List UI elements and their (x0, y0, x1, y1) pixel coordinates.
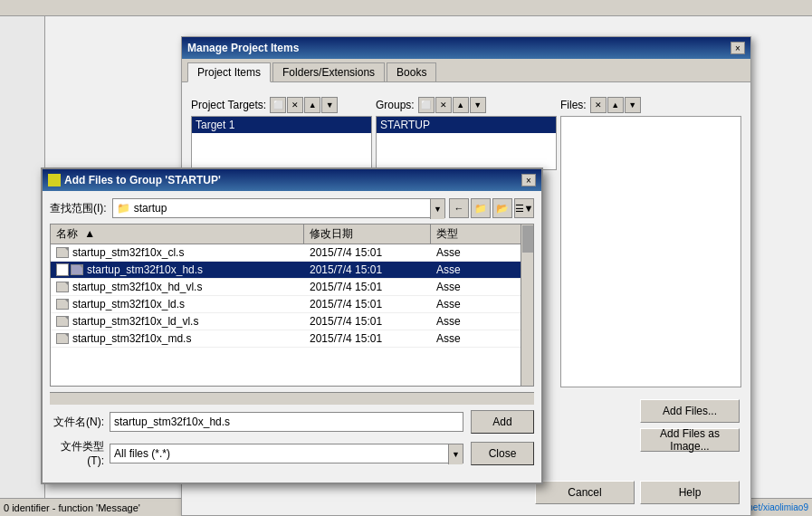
file-row-name: startup_stm32f10x_md.s (51, 330, 304, 347)
groups-delete-icon[interactable]: ✕ (435, 97, 452, 113)
file-row[interactable]: startup_stm32f10x_ld_vl.s 2015/7/4 15:01… (51, 313, 533, 330)
project-targets-label: Project Targets: (191, 99, 266, 111)
file-row-type: Asse (431, 262, 533, 278)
file-row-date: 2015/7/4 15:01 (304, 279, 431, 295)
files-header: Files: ✕ ▲ ▼ (560, 97, 741, 113)
filetype-combo-arrow[interactable]: ▼ (448, 444, 463, 464)
file-row-name: startup_stm32f10x_hd_vl.s (51, 279, 304, 295)
col-date-header: 修改日期 (304, 225, 431, 244)
file-row-date: 2015/7/4 15:01 (304, 296, 431, 312)
file-list-container: 名称 ▲ 修改日期 类型 startup_stm32f10x_cl.s 2015… (50, 224, 534, 387)
files-delete-icon[interactable]: ✕ (590, 97, 607, 113)
groups-toolbar: ⬜ ✕ ▲ ▼ (418, 97, 486, 113)
file-row-date: 2015/7/4 15:01 (304, 262, 431, 278)
file-icon (71, 264, 83, 275)
groups-label: Groups: (376, 99, 415, 111)
nav-view-icon[interactable]: ☰▼ (514, 198, 534, 218)
status-text: 0 identifier - function 'Message' (4, 502, 140, 513)
file-row[interactable]: startup_stm32f10x_md.s 2015/7/4 15:01 As… (51, 330, 533, 348)
add-files-close-button[interactable]: × (521, 174, 536, 186)
filetype-combo[interactable]: All files (*.*) ▼ (110, 444, 463, 463)
file-row-type: Asse (431, 244, 533, 261)
manage-bottom-buttons: Cancel Help (535, 481, 740, 504)
file-list-scrollbar[interactable] (521, 225, 533, 386)
nav-folder-up-icon[interactable]: 📁 (471, 198, 491, 218)
file-row[interactable]: startup_stm32f10x_hd_vl.s 2015/7/4 15:01… (51, 279, 533, 296)
add-files-content: 查找范围(I): 📁 startup ▼ ← 📁 📂 ☰▼ 名称 ▲ (43, 191, 541, 474)
file-checkbox[interactable]: ✓ (56, 263, 69, 276)
add-files-title-text: Add Files to Group 'STARTUP' (64, 174, 521, 186)
file-row[interactable]: startup_stm32f10x_ld.s 2015/7/4 15:01 As… (51, 296, 533, 313)
add-files-dialog: Add Files to Group 'STARTUP' × 查找范围(I): … (41, 167, 543, 484)
nav-back-icon[interactable]: ← (449, 198, 469, 218)
file-row[interactable]: startup_stm32f10x_cl.s 2015/7/4 15:01 As… (51, 244, 533, 262)
file-list-header: 名称 ▲ 修改日期 类型 (51, 225, 533, 244)
file-icon (56, 247, 69, 258)
manage-title-text: Manage Project Items (187, 42, 299, 54)
file-row-type: Asse (431, 296, 533, 312)
help-button[interactable]: Help (640, 481, 740, 504)
project-targets-toolbar: ⬜ ✕ ▲ ▼ (270, 97, 338, 113)
file-row-name: ✓ startup_stm32f10x_hd.s (51, 262, 304, 278)
manage-title-bar: Manage Project Items × (182, 37, 750, 59)
target-item-1[interactable]: Target 1 (192, 117, 371, 133)
col-name-header: 名称 ▲ (51, 225, 304, 244)
file-row-type: Asse (431, 330, 533, 347)
filetype-combo-text: All files (*.*) (110, 444, 448, 463)
close-button[interactable]: Close (471, 442, 534, 465)
files-list[interactable] (560, 116, 741, 387)
file-icon (56, 282, 69, 292)
file-row-name: startup_stm32f10x_ld_vl.s (51, 313, 304, 330)
horizontal-scrollbar[interactable] (50, 392, 534, 405)
group-item-startup[interactable]: STARTUP (377, 117, 556, 133)
add-files-title-icon (48, 174, 61, 186)
ide-left-panel (0, 16, 45, 516)
file-row-date: 2015/7/4 15:01 (304, 330, 431, 347)
file-icon (56, 333, 69, 344)
file-row[interactable]: ✓ startup_stm32f10x_hd.s 2015/7/4 15:01 … (51, 262, 533, 279)
project-targets-header: Project Targets: ⬜ ✕ ▲ ▼ (191, 97, 372, 113)
scroll-thumb[interactable] (522, 225, 533, 253)
add-files-image-button[interactable]: Add Files as Image... (640, 428, 740, 452)
ide-top-bar (0, 0, 812, 16)
file-row-date: 2015/7/4 15:01 (304, 244, 431, 261)
files-label: Files: (560, 99, 587, 111)
file-row-type: Asse (431, 279, 533, 295)
files-up-icon[interactable]: ▲ (607, 97, 624, 113)
nav-icons: ← 📁 📂 ☰▼ (449, 198, 534, 218)
lookup-combo-text: 📁 startup (113, 199, 430, 217)
project-targets-up-icon[interactable]: ▲ (304, 97, 320, 113)
project-targets-list[interactable]: Target 1 (191, 116, 372, 170)
groups-up-icon[interactable]: ▲ (453, 97, 469, 113)
groups-list[interactable]: STARTUP (376, 116, 557, 170)
filename-input[interactable] (110, 412, 463, 432)
file-row-date: 2015/7/4 15:01 (304, 313, 431, 330)
cancel-button[interactable]: Cancel (535, 481, 635, 504)
filename-row: 文件名(N): Add (50, 410, 534, 434)
file-icon (56, 316, 69, 327)
lookup-combo[interactable]: 📁 startup ▼ (112, 198, 445, 218)
file-icon (56, 299, 69, 310)
nav-new-folder-icon[interactable]: 📂 (492, 198, 512, 218)
project-targets-new-icon[interactable]: ⬜ (270, 97, 286, 113)
files-toolbar: ✕ ▲ ▼ (590, 97, 641, 113)
add-files-button[interactable]: Add Files... (640, 399, 740, 423)
add-files-title-bar: Add Files to Group 'STARTUP' × (43, 169, 541, 191)
lookup-combo-arrow[interactable]: ▼ (430, 199, 444, 219)
add-button[interactable]: Add (471, 410, 534, 434)
lookup-label: 查找范围(I): (50, 201, 107, 216)
tab-books[interactable]: Books (387, 62, 436, 82)
files-down-icon[interactable]: ▼ (625, 97, 641, 113)
project-targets-delete-icon[interactable]: ✕ (287, 97, 303, 113)
groups-new-icon[interactable]: ⬜ (418, 97, 435, 113)
file-row-name: startup_stm32f10x_cl.s (51, 244, 304, 261)
file-row-name: startup_stm32f10x_ld.s (51, 296, 304, 312)
tab-project-items[interactable]: Project Items (187, 62, 271, 82)
filename-label: 文件名(N): (50, 415, 104, 430)
file-row-type: Asse (431, 313, 533, 330)
tab-folders-extensions[interactable]: Folders/Extensions (272, 62, 385, 82)
manage-close-button[interactable]: × (731, 42, 745, 54)
project-targets-down-icon[interactable]: ▼ (321, 97, 338, 113)
filetype-row: 文件类型(T): All files (*.*) ▼ Close (50, 439, 534, 467)
groups-down-icon[interactable]: ▼ (470, 97, 486, 113)
